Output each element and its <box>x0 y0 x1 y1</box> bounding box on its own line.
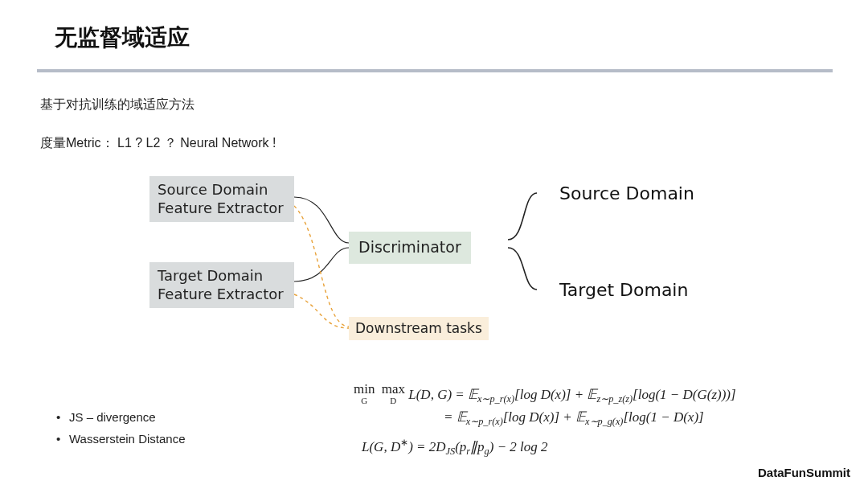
downstream-tasks-box: Downstream tasks <box>349 317 489 340</box>
bullet-list: •JS – divergence •Wasserstein Distance <box>56 410 186 454</box>
output-source-domain-label: Source Domain <box>559 183 694 203</box>
equation-block: minG maxD L(D, G) = 𝔼x∼p_r(x)[log D(x)] … <box>354 382 736 459</box>
target-box-line2: Feature Extractor <box>158 286 286 304</box>
bullet-text: Wasserstein Distance <box>69 432 186 446</box>
discriminator-box: Discriminator <box>349 232 471 264</box>
footer-brand: DataFunSummit <box>758 466 850 479</box>
target-box-line1: Target Domain <box>158 267 286 286</box>
title-rule <box>37 69 833 72</box>
target-feature-extractor-box: Target Domain Feature Extractor <box>149 262 294 308</box>
source-box-line1: Source Domain <box>158 181 286 199</box>
source-feature-extractor-box: Source Domain Feature Extractor <box>149 176 294 222</box>
subtitle-line-1: 基于对抗训练的域适应方法 <box>40 97 194 113</box>
bullet-js-divergence: •JS – divergence <box>56 410 186 424</box>
slide-title: 无监督域适应 <box>55 23 190 53</box>
subtitle-line-2: 度量Metric： L1 ? L2 ？ Neural Network ! <box>40 135 276 152</box>
equation-line-2: = 𝔼x∼p_r(x)[log D(x)] + 𝔼x∼p_g(x)[log(1 … <box>354 407 736 429</box>
bullet-wasserstein: •Wasserstein Distance <box>56 432 186 446</box>
source-box-line2: Feature Extractor <box>158 199 286 218</box>
output-target-domain-label: Target Domain <box>559 280 688 300</box>
equation-line-1: minG maxD L(D, G) = 𝔼x∼p_r(x)[log D(x)] … <box>354 382 736 407</box>
bullet-text: JS – divergence <box>69 410 156 424</box>
equation-line-3: L(G, D∗) = 2DJS(pr‖pg) − 2 log 2 <box>354 430 736 459</box>
